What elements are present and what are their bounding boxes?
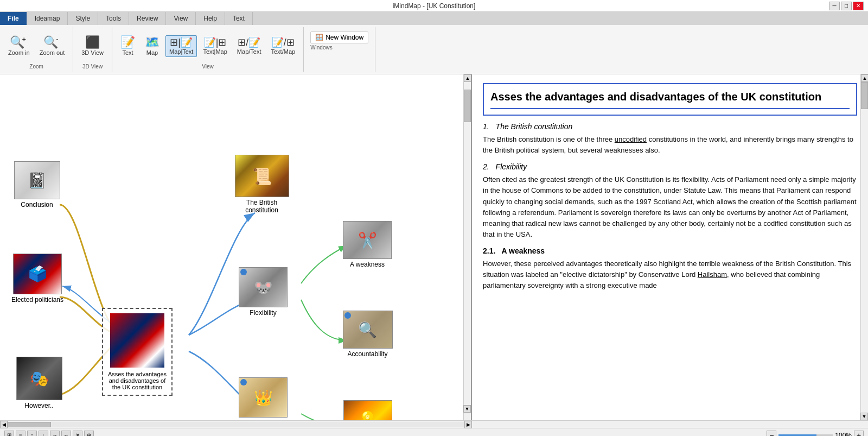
status-icon-1[interactable]: ⊞	[4, 431, 14, 437]
section-1: 1. The British constitution The British …	[483, 122, 857, 156]
tab-text[interactable]: Text	[225, 12, 253, 25]
map-view-label: Map	[146, 49, 158, 56]
status-icon-6[interactable]: ←	[61, 431, 71, 437]
node-undermining[interactable]: 💡 Undermining?	[336, 400, 399, 420]
zoom-control: − 100% +	[767, 431, 864, 437]
tab-ideamap[interactable]: Ideamap	[27, 12, 68, 25]
british-const-label: The British constitution	[235, 199, 289, 214]
status-icon-3[interactable]: ↑	[27, 431, 37, 437]
tab-view[interactable]: View	[166, 12, 196, 25]
status-icon-2[interactable]: ≡	[16, 431, 25, 437]
node-conclusion[interactable]: 📓 Conclusion	[10, 161, 64, 208]
section-1-heading-text: The British constitution	[496, 122, 573, 131]
uncodified-link: uncodified	[615, 135, 647, 143]
maptext-view-icon: ⊞|📝	[170, 37, 193, 47]
tab-file[interactable]: File	[0, 12, 27, 25]
node-flexibility[interactable]: 🐭 Flexibility	[233, 267, 293, 317]
text-view-button[interactable]: 📝 Text	[117, 34, 139, 58]
maptext2-view-icon: ⊞/📝	[238, 37, 260, 47]
zoom-level-text: 100%	[835, 432, 852, 437]
main-area: Asses the advantages and disadvantages o…	[0, 74, 868, 420]
close-button[interactable]: ✕	[853, 2, 864, 10]
3d-view-button[interactable]: ⬛ 3D View	[78, 34, 107, 58]
map-view-button[interactable]: 🗺️ Map	[141, 34, 163, 58]
status-icon-8[interactable]: ⊕	[84, 431, 94, 437]
zoom-out-label: Zoom out	[40, 49, 65, 56]
mindmap-connections	[0, 74, 472, 420]
windows-group: 🪟 New Window Windows	[304, 27, 375, 72]
zoom-slider[interactable]	[778, 434, 833, 437]
horizontal-scrollbar-thumb[interactable]	[8, 422, 51, 427]
scrollbar-down-arrow[interactable]: ▼	[463, 405, 471, 413]
text-scrollbar-thumb[interactable]	[861, 82, 868, 109]
zoom-group: 🔍+ Zoom in 🔍- Zoom out Zoom	[0, 27, 73, 72]
tab-help[interactable]: Help	[196, 12, 225, 25]
accountability-dot	[344, 312, 351, 319]
3d-view-icon: ⬛	[85, 36, 100, 48]
map-bottom-scroll: ◀ ▶	[0, 421, 472, 428]
node-elected[interactable]: 🗳️ Elected politicians	[8, 254, 67, 304]
maximize-button[interactable]: □	[841, 2, 852, 10]
node-however[interactable]: 🎭 However..	[12, 357, 66, 409]
node-british-constitution[interactable]: 📜 The British constitution	[231, 155, 293, 214]
status-icon-7[interactable]: ✕	[73, 431, 82, 437]
node-conventions[interactable]: 👑 Conventions	[233, 377, 293, 420]
tab-review[interactable]: Review	[129, 12, 166, 25]
british-const-image: 📜	[235, 155, 289, 197]
center-node[interactable]: Asses the advantages and disadvantages o…	[102, 308, 173, 396]
map-panel: Asses the advantages and disadvantages o…	[0, 74, 472, 420]
scrollbar-up-arrow[interactable]: ▲	[464, 74, 471, 82]
view-group: 📝 Text 🗺️ Map ⊞|📝 Map|Text 📝|⊞ Text|Map …	[112, 27, 304, 72]
status-icon-4[interactable]: ↓	[39, 431, 48, 437]
elected-label: Elected politicians	[11, 296, 63, 304]
textmap-view-icon: 📝|⊞	[204, 37, 227, 47]
map-scrollbar[interactable]: ▲ ▼	[463, 74, 471, 420]
node-weakness[interactable]: ✂️ A weakness	[337, 221, 397, 268]
bottom-scroll-bar: ◀ ▶	[0, 420, 868, 428]
text-scrollbar-down[interactable]: ▼	[860, 413, 868, 420]
title-bar-text: iMindMap - [UK Constitution]	[393, 2, 476, 10]
zoom-in-icon: 🔍+	[10, 36, 28, 48]
zoom-out-button[interactable]: 🔍- Zoom out	[36, 34, 68, 58]
hailsham-link: Hailsham	[698, 270, 727, 279]
node-accountability[interactable]: 🔍 Accountability	[336, 311, 399, 358]
status-icon-5[interactable]: →	[50, 431, 60, 437]
status-icons: ⊞ ≡ ↑ ↓ → ← ✕ ⊕	[4, 431, 94, 437]
section-2-1: 2.1. A weakness However, these perceived…	[483, 247, 857, 291]
zoom-decrease-button[interactable]: −	[767, 431, 776, 437]
zoom-in-label: Zoom in	[8, 49, 30, 56]
zoom-slider-fill	[778, 434, 816, 437]
maptext-view-label: Map|Text	[169, 48, 193, 55]
text-scrollbar-up[interactable]: ▲	[861, 74, 868, 82]
text-scrollbar[interactable]: ▲ ▼	[860, 74, 868, 420]
section-2-heading-text: Flexibility	[496, 162, 527, 171]
section-2: 2. Flexibility Often cited as the greate…	[483, 162, 857, 240]
conventions-dot	[240, 379, 247, 386]
flexibility-label: Flexibility	[250, 309, 276, 317]
new-window-label: New Window	[326, 34, 363, 41]
scroll-right-arrow[interactable]: ▶	[464, 421, 472, 428]
section-1-body: The British constitution is one of the t…	[483, 134, 857, 156]
textmap2-view-button[interactable]: 📝/⊞ Text/Map	[267, 35, 299, 57]
new-window-button[interactable]: 🪟 New Window	[310, 31, 368, 43]
textmap-view-button[interactable]: 📝|⊞ Text|Map	[199, 35, 231, 57]
section-2-1-heading-text: A weakness	[502, 247, 545, 255]
however-image: 🎭	[16, 357, 62, 400]
section-1-heading: 1. The British constitution	[483, 122, 857, 131]
tab-tools[interactable]: Tools	[98, 12, 129, 25]
3d-view-group-label: 3D View	[82, 64, 103, 69]
maptext2-view-button[interactable]: ⊞/📝 Map/Text	[233, 35, 265, 57]
map-view-icon: 🗺️	[145, 36, 159, 48]
title-bar: iMindMap - [UK Constitution] ─ □ ✕	[0, 0, 868, 12]
ribbon-tabs: File Ideamap Style Tools Review View Hel…	[0, 12, 868, 25]
minimize-button[interactable]: ─	[829, 2, 840, 10]
zoom-group-items: 🔍+ Zoom in 🔍- Zoom out	[4, 29, 68, 62]
maptext-view-button[interactable]: ⊞|📝 Map|Text	[165, 35, 197, 57]
tab-style[interactable]: Style	[68, 12, 98, 25]
zoom-in-button[interactable]: 🔍+ Zoom in	[4, 34, 34, 58]
scrollbar-thumb[interactable]	[464, 90, 471, 122]
scroll-left-arrow[interactable]: ◀	[0, 421, 8, 428]
weakness-label: A weakness	[350, 261, 385, 268]
section-2-1-body: However, these perceived advantages theo…	[483, 258, 857, 291]
zoom-increase-button[interactable]: +	[854, 431, 864, 437]
